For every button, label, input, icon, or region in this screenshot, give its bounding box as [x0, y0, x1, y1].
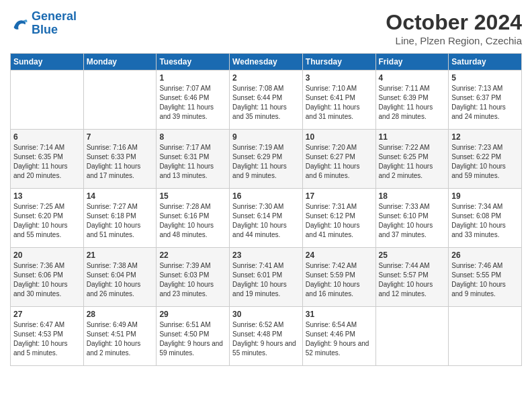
header-row: SundayMondayTuesdayWednesdayThursdayFrid…	[11, 54, 522, 71]
day-number: 17	[306, 191, 373, 201]
weekday-header: Friday	[375, 54, 449, 71]
calendar-cell: 23Sunrise: 7:41 AM Sunset: 6:01 PM Dayli…	[230, 248, 303, 307]
day-details: Sunrise: 7:36 AM Sunset: 6:06 PM Dayligh…	[13, 261, 81, 299]
day-details: Sunrise: 7:34 AM Sunset: 6:08 PM Dayligh…	[451, 202, 519, 240]
weekday-header: Wednesday	[230, 54, 303, 71]
calendar-cell: 16Sunrise: 7:30 AM Sunset: 6:14 PM Dayli…	[230, 189, 303, 248]
location-text: Line, Plzen Region, Czechia	[386, 35, 522, 46]
calendar-cell: 17Sunrise: 7:31 AM Sunset: 6:12 PM Dayli…	[302, 189, 375, 248]
calendar-week-row: 1Sunrise: 7:07 AM Sunset: 6:46 PM Daylig…	[11, 71, 522, 130]
day-number: 14	[87, 191, 154, 201]
day-number: 5	[451, 73, 519, 83]
day-number: 19	[451, 191, 519, 201]
day-details: Sunrise: 7:31 AM Sunset: 6:12 PM Dayligh…	[306, 202, 373, 240]
calendar-cell: 22Sunrise: 7:39 AM Sunset: 6:03 PM Dayli…	[157, 248, 230, 307]
day-details: Sunrise: 6:54 AM Sunset: 4:46 PM Dayligh…	[306, 320, 373, 358]
day-number: 7	[87, 132, 154, 142]
calendar-table: SundayMondayTuesdayWednesdayThursdayFrid…	[10, 53, 522, 366]
calendar-cell	[449, 307, 522, 366]
day-details: Sunrise: 7:30 AM Sunset: 6:14 PM Dayligh…	[232, 202, 300, 240]
day-details: Sunrise: 7:28 AM Sunset: 6:16 PM Dayligh…	[159, 202, 226, 240]
day-number: 20	[13, 250, 81, 260]
day-number: 24	[306, 250, 373, 260]
calendar-cell: 28Sunrise: 6:49 AM Sunset: 4:51 PM Dayli…	[83, 307, 157, 366]
day-details: Sunrise: 7:42 AM Sunset: 5:59 PM Dayligh…	[306, 261, 373, 299]
day-number: 29	[159, 310, 226, 319]
weekday-header: Thursday	[302, 54, 375, 71]
day-number: 11	[379, 132, 446, 142]
day-details: Sunrise: 6:52 AM Sunset: 4:48 PM Dayligh…	[232, 320, 300, 358]
day-number: 9	[232, 132, 300, 142]
calendar-cell: 24Sunrise: 7:42 AM Sunset: 5:59 PM Dayli…	[302, 248, 375, 307]
calendar-cell: 19Sunrise: 7:34 AM Sunset: 6:08 PM Dayli…	[449, 189, 522, 248]
calendar-cell	[83, 71, 157, 130]
calendar-cell: 3Sunrise: 7:10 AM Sunset: 6:41 PM Daylig…	[302, 71, 375, 130]
day-details: Sunrise: 6:47 AM Sunset: 4:53 PM Dayligh…	[13, 320, 81, 358]
calendar-cell: 11Sunrise: 7:22 AM Sunset: 6:25 PM Dayli…	[375, 130, 449, 189]
day-details: Sunrise: 7:10 AM Sunset: 6:41 PM Dayligh…	[306, 84, 373, 122]
weekday-header: Monday	[83, 54, 157, 71]
day-number: 13	[13, 191, 81, 201]
day-number: 1	[159, 73, 226, 83]
day-details: Sunrise: 7:25 AM Sunset: 6:20 PM Dayligh…	[13, 202, 81, 240]
calendar-cell: 2Sunrise: 7:08 AM Sunset: 6:44 PM Daylig…	[230, 71, 303, 130]
logo-text: General Blue	[32, 10, 77, 37]
day-details: Sunrise: 7:16 AM Sunset: 6:33 PM Dayligh…	[87, 143, 154, 181]
page-header: General Blue October 2024 Line, Plzen Re…	[10, 10, 522, 46]
calendar-cell: 25Sunrise: 7:44 AM Sunset: 5:57 PM Dayli…	[375, 248, 449, 307]
calendar-cell: 6Sunrise: 7:14 AM Sunset: 6:35 PM Daylig…	[11, 130, 84, 189]
calendar-cell: 9Sunrise: 7:19 AM Sunset: 6:29 PM Daylig…	[230, 130, 303, 189]
day-details: Sunrise: 7:07 AM Sunset: 6:46 PM Dayligh…	[159, 84, 226, 122]
day-number: 10	[306, 132, 373, 142]
day-number: 3	[306, 73, 373, 83]
weekday-header: Sunday	[11, 54, 84, 71]
day-number: 16	[232, 191, 300, 201]
day-number: 6	[13, 132, 81, 142]
calendar-week-row: 27Sunrise: 6:47 AM Sunset: 4:53 PM Dayli…	[11, 307, 522, 366]
calendar-cell: 5Sunrise: 7:13 AM Sunset: 6:37 PM Daylig…	[449, 71, 522, 130]
day-details: Sunrise: 7:27 AM Sunset: 6:18 PM Dayligh…	[87, 202, 154, 240]
logo: General Blue	[10, 10, 77, 37]
month-title: October 2024	[386, 10, 522, 35]
day-details: Sunrise: 7:39 AM Sunset: 6:03 PM Dayligh…	[159, 261, 226, 299]
weekday-header: Tuesday	[157, 54, 230, 71]
title-block: October 2024 Line, Plzen Region, Czechia	[386, 10, 522, 46]
day-details: Sunrise: 7:41 AM Sunset: 6:01 PM Dayligh…	[232, 261, 300, 299]
calendar-cell: 21Sunrise: 7:38 AM Sunset: 6:04 PM Dayli…	[83, 248, 157, 307]
calendar-cell: 14Sunrise: 7:27 AM Sunset: 6:18 PM Dayli…	[83, 189, 157, 248]
calendar-cell: 26Sunrise: 7:46 AM Sunset: 5:55 PM Dayli…	[449, 248, 522, 307]
day-details: Sunrise: 7:23 AM Sunset: 6:22 PM Dayligh…	[451, 143, 519, 181]
day-details: Sunrise: 7:33 AM Sunset: 6:10 PM Dayligh…	[379, 202, 446, 240]
calendar-cell: 8Sunrise: 7:17 AM Sunset: 6:31 PM Daylig…	[157, 130, 230, 189]
logo-bird-icon	[10, 14, 29, 33]
calendar-cell: 18Sunrise: 7:33 AM Sunset: 6:10 PM Dayli…	[375, 189, 449, 248]
calendar-cell: 7Sunrise: 7:16 AM Sunset: 6:33 PM Daylig…	[83, 130, 157, 189]
day-details: Sunrise: 7:14 AM Sunset: 6:35 PM Dayligh…	[13, 143, 81, 181]
calendar-cell: 29Sunrise: 6:51 AM Sunset: 4:50 PM Dayli…	[157, 307, 230, 366]
calendar-week-row: 6Sunrise: 7:14 AM Sunset: 6:35 PM Daylig…	[11, 130, 522, 189]
day-details: Sunrise: 7:17 AM Sunset: 6:31 PM Dayligh…	[159, 143, 226, 181]
day-number: 28	[87, 310, 154, 319]
day-number: 21	[87, 250, 154, 260]
day-number: 26	[451, 250, 519, 260]
day-number: 2	[232, 73, 300, 83]
day-details: Sunrise: 7:19 AM Sunset: 6:29 PM Dayligh…	[232, 143, 300, 181]
calendar-cell	[375, 307, 449, 366]
calendar-week-row: 20Sunrise: 7:36 AM Sunset: 6:06 PM Dayli…	[11, 248, 522, 307]
calendar-cell: 20Sunrise: 7:36 AM Sunset: 6:06 PM Dayli…	[11, 248, 84, 307]
day-details: Sunrise: 7:22 AM Sunset: 6:25 PM Dayligh…	[379, 143, 446, 181]
calendar-cell: 1Sunrise: 7:07 AM Sunset: 6:46 PM Daylig…	[157, 71, 230, 130]
day-details: Sunrise: 7:46 AM Sunset: 5:55 PM Dayligh…	[451, 261, 519, 299]
day-number: 8	[159, 132, 226, 142]
day-number: 4	[379, 73, 446, 83]
day-number: 31	[306, 310, 373, 319]
day-number: 25	[379, 250, 446, 260]
calendar-cell: 27Sunrise: 6:47 AM Sunset: 4:53 PM Dayli…	[11, 307, 84, 366]
day-number: 23	[232, 250, 300, 260]
calendar-cell: 15Sunrise: 7:28 AM Sunset: 6:16 PM Dayli…	[157, 189, 230, 248]
day-details: Sunrise: 7:08 AM Sunset: 6:44 PM Dayligh…	[232, 84, 300, 122]
calendar-cell: 10Sunrise: 7:20 AM Sunset: 6:27 PM Dayli…	[302, 130, 375, 189]
day-details: Sunrise: 7:11 AM Sunset: 6:39 PM Dayligh…	[379, 84, 446, 122]
day-details: Sunrise: 7:20 AM Sunset: 6:27 PM Dayligh…	[306, 143, 373, 181]
calendar-cell: 30Sunrise: 6:52 AM Sunset: 4:48 PM Dayli…	[230, 307, 303, 366]
